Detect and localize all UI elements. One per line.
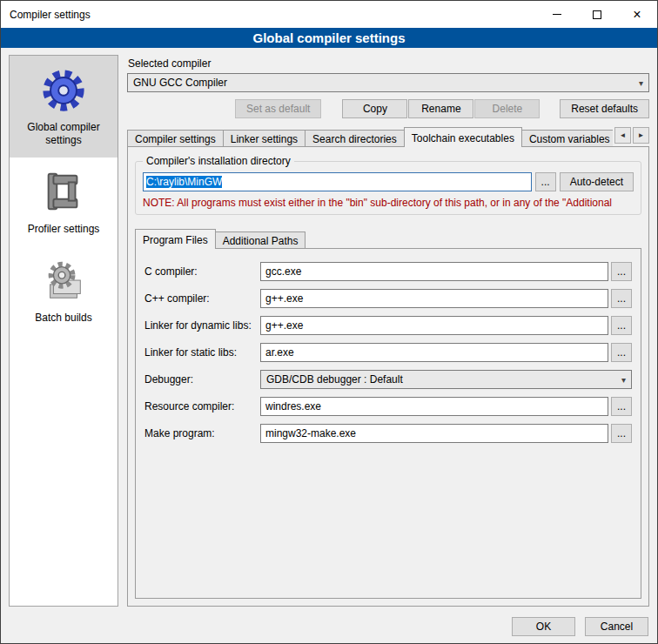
make-program-input[interactable] [260, 424, 608, 443]
batch-builds-gear-icon [40, 258, 87, 305]
tab-program-files[interactable]: Program Files [135, 229, 216, 249]
static-linker-input[interactable] [260, 343, 608, 362]
debugger-value: GDB/CDB debugger : Default [266, 373, 616, 386]
dynamic-linker-input[interactable] [260, 316, 608, 335]
cpp-compiler-label: C++ compiler: [144, 292, 260, 305]
c-compiler-input[interactable] [260, 262, 608, 281]
dynamic-linker-label: Linker for dynamic libs: [144, 319, 260, 332]
tab-additional-paths[interactable]: Additional Paths [215, 231, 306, 249]
delete-button: Delete [474, 99, 540, 118]
arrow-left-icon: ◄ [620, 131, 627, 139]
sidebar-item-profiler-settings[interactable]: Profiler settings [10, 158, 118, 246]
tab-scroll-right-button[interactable]: ► [633, 127, 649, 144]
selected-compiler-label: Selected compiler [128, 57, 649, 70]
debugger-row: Debugger: GDB/CDB debugger : Default ▾ [144, 370, 632, 389]
program-files-tabs: Program Files Additional Paths [135, 229, 641, 249]
debugger-label: Debugger: [144, 373, 260, 386]
dialog-body: Global compiler settings Profiler settin… [1, 48, 657, 610]
ok-button[interactable]: OK [512, 617, 575, 636]
make-program-label: Make program: [144, 427, 260, 439]
c-compiler-row: C compiler: ... [144, 262, 632, 281]
sidebar-item-label: Batch builds [35, 312, 91, 325]
cpp-compiler-browse-button[interactable]: ... [611, 289, 632, 308]
sidebar-item-batch-builds[interactable]: Batch builds [10, 246, 118, 335]
close-icon: × [633, 8, 641, 22]
dynamic-linker-browse-button[interactable]: ... [611, 316, 632, 335]
arrow-right-icon: ► [638, 131, 645, 139]
profiler-tool-icon [40, 169, 87, 216]
set-as-default-button: Set as default [235, 99, 321, 118]
tab-custom-variables[interactable]: Custom variables [521, 130, 613, 147]
window-title: Compiler settings [1, 9, 91, 21]
installation-directory-row: C:\raylib\MinGW ... Auto-detect [143, 172, 634, 191]
installation-directory-browse-button[interactable]: ... [535, 172, 556, 191]
c-compiler-label: C compiler: [144, 265, 260, 278]
installation-directory-group-label: Compiler's installation directory [143, 155, 294, 167]
static-linker-browse-button[interactable]: ... [611, 343, 632, 362]
tab-search-directories[interactable]: Search directories [305, 130, 405, 147]
autodetect-button[interactable]: Auto-detect [560, 172, 634, 191]
c-compiler-browse-button[interactable]: ... [611, 262, 632, 281]
resource-compiler-input[interactable] [260, 397, 608, 416]
copy-button[interactable]: Copy [342, 99, 407, 118]
tab-linker-settings[interactable]: Linker settings [223, 130, 306, 147]
dynamic-linker-row: Linker for dynamic libs: ... [144, 316, 632, 335]
tab-toolchain-executables[interactable]: Toolchain executables [404, 127, 522, 147]
resource-compiler-browse-button[interactable]: ... [611, 397, 632, 416]
dialog-footer: OK Cancel [1, 610, 657, 643]
sidebar-item-label: Global compiler settings [13, 121, 114, 147]
programs-location-note: NOTE: All programs must exist either in … [143, 197, 634, 209]
compiler-tabs: Compiler settings Linker settings Search… [127, 127, 613, 147]
reset-defaults-button[interactable]: Reset defaults [560, 99, 649, 118]
tab-compiler-settings[interactable]: Compiler settings [127, 130, 224, 147]
maximize-icon [593, 10, 601, 19]
toolchain-executables-panel: Compiler's installation directory C:\ray… [127, 146, 649, 607]
compiler-settings-dialog: Compiler settings × Global compiler sett… [0, 0, 658, 644]
titlebar[interactable]: Compiler settings × [1, 1, 657, 28]
selected-compiler-value: GNU GCC Compiler [133, 77, 634, 89]
settings-sidebar: Global compiler settings Profiler settin… [9, 55, 118, 607]
tab-scroll-controls: ◄ ► [614, 127, 649, 144]
cpp-compiler-input[interactable] [260, 289, 608, 308]
tab-scroll-left-button[interactable]: ◄ [614, 127, 631, 144]
window-controls: × [537, 1, 657, 28]
main-content: Selected compiler GNU GCC Compiler ▾ Set… [127, 55, 649, 607]
compiler-gear-icon [40, 67, 87, 114]
dialog-header: Global compiler settings [1, 28, 657, 48]
chevron-down-icon: ▾ [621, 375, 626, 385]
compiler-tab-strip: Compiler settings Linker settings Search… [127, 127, 649, 147]
installation-directory-input[interactable]: C:\raylib\MinGW [143, 172, 532, 191]
program-files-tab-strip: Program Files Additional Paths [135, 229, 641, 249]
cancel-button[interactable]: Cancel [585, 617, 648, 636]
compiler-actions: Set as default Copy Rename Delete Reset … [127, 99, 649, 118]
resource-compiler-label: Resource compiler: [144, 400, 260, 413]
static-linker-row: Linker for static libs: ... [144, 343, 632, 362]
debugger-dropdown[interactable]: GDB/CDB debugger : Default ▾ [260, 370, 632, 389]
minimize-icon [553, 14, 561, 15]
selected-compiler-dropdown[interactable]: GNU GCC Compiler ▾ [127, 73, 649, 92]
sidebar-item-global-compiler-settings[interactable]: Global compiler settings [10, 56, 118, 158]
maximize-button[interactable] [577, 1, 617, 28]
installation-directory-value: C:\raylib\MinGW [146, 176, 222, 188]
installation-directory-group: Compiler's installation directory C:\ray… [135, 161, 641, 215]
static-linker-label: Linker for static libs: [144, 346, 260, 359]
close-button[interactable]: × [617, 1, 657, 28]
resource-compiler-row: Resource compiler: ... [144, 397, 632, 416]
cpp-compiler-row: C++ compiler: ... [144, 289, 632, 308]
make-program-row: Make program: ... [144, 424, 632, 443]
minimize-button[interactable] [537, 1, 577, 28]
chevron-down-icon: ▾ [639, 78, 643, 88]
rename-button[interactable]: Rename [408, 99, 473, 118]
make-program-browse-button[interactable]: ... [611, 424, 632, 443]
dialog-header-title: Global compiler settings [252, 30, 405, 45]
program-files-panel: C compiler: ... C++ compiler: ... Linker… [135, 248, 641, 599]
sidebar-item-label: Profiler settings [28, 223, 100, 236]
